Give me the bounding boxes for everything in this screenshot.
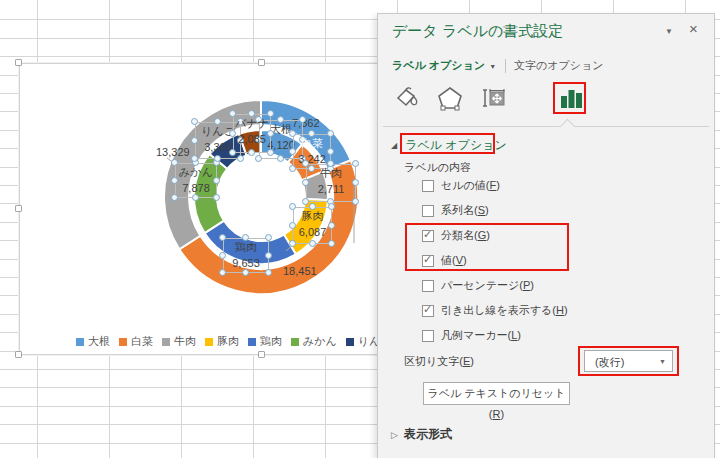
label-resize-handle[interactable] — [327, 160, 334, 167]
label-resize-handle[interactable] — [237, 155, 244, 162]
label-options-icon[interactable] — [557, 84, 585, 112]
label-resize-handle[interactable] — [267, 130, 274, 137]
label-resize-handle[interactable] — [191, 137, 198, 144]
data-label-みかん[interactable]: みかん 7,878 — [175, 163, 217, 198]
legend-item-牛肉[interactable]: 牛肉 — [162, 334, 196, 349]
label-resize-handle[interactable] — [299, 116, 306, 123]
fill-line-icon[interactable] — [392, 84, 420, 112]
label-resize-handle[interactable] — [289, 148, 296, 155]
label-resize-handle[interactable] — [289, 130, 296, 137]
checkbox-box[interactable] — [422, 205, 434, 217]
data-label-group-total[interactable]: 18,451 — [283, 265, 317, 277]
data-label-豚肉[interactable]: 豚肉 6,087 — [293, 207, 332, 244]
chart-frame-handle[interactable] — [15, 59, 22, 66]
label-resize-handle[interactable] — [267, 149, 274, 156]
label-resize-handle[interactable] — [219, 269, 226, 276]
label-resize-handle[interactable] — [302, 179, 309, 186]
chart-frame-handle[interactable] — [258, 59, 265, 66]
label-resize-handle[interactable] — [302, 160, 309, 167]
section-label-options[interactable]: ◢ ラベル オプション — [391, 136, 510, 155]
label-resize-handle[interactable] — [229, 130, 236, 137]
pane-title: データ ラベルの書式設定 — [392, 22, 563, 41]
label-resize-handle[interactable] — [327, 130, 334, 137]
label-resize-handle[interactable] — [242, 269, 249, 276]
label-resize-handle[interactable] — [309, 203, 316, 210]
label-resize-handle[interactable] — [255, 155, 262, 162]
label-resize-handle[interactable] — [171, 194, 178, 201]
label-resize-handle[interactable] — [171, 177, 178, 184]
data-label-バナナ[interactable]: バナナ 2,085 — [233, 114, 271, 153]
label-resize-handle[interactable] — [248, 110, 255, 117]
data-label-group-total[interactable]: 13,329 — [156, 146, 190, 158]
checkbox-系列名[interactable]: 系列名(S) — [422, 203, 489, 218]
label-resize-handle[interactable] — [308, 130, 315, 137]
label-resize-handle[interactable] — [267, 110, 274, 117]
chart-frame-handle[interactable] — [258, 351, 265, 358]
legend-item-白菜[interactable]: 白菜 — [119, 334, 153, 349]
legend-item-大根[interactable]: 大根 — [76, 334, 110, 349]
effects-icon[interactable] — [436, 84, 464, 112]
label-resize-handle[interactable] — [265, 252, 272, 259]
legend-item-みかん[interactable]: みかん — [291, 334, 337, 349]
checkbox-値[interactable]: ✓値(V) — [422, 253, 467, 268]
label-resize-handle[interactable] — [242, 234, 249, 241]
checkbox-box[interactable] — [422, 330, 434, 342]
label-resize-handle[interactable] — [192, 194, 199, 201]
label-resize-handle[interactable] — [191, 155, 198, 162]
label-resize-handle[interactable] — [289, 165, 296, 172]
label-resize-handle[interactable] — [352, 179, 359, 186]
chart-frame-handle[interactable] — [15, 351, 22, 358]
size-properties-icon[interactable] — [480, 84, 508, 112]
checkbox-凡例マーカー[interactable]: 凡例マーカー(L) — [422, 328, 521, 343]
label-resize-handle[interactable] — [265, 269, 272, 276]
label-resize-handle[interactable] — [171, 159, 178, 166]
checkbox-box[interactable]: ✓ — [422, 230, 434, 242]
label-resize-handle[interactable] — [302, 198, 309, 205]
checkbox-セルの値[interactable]: セルの値(F) — [422, 178, 500, 193]
checkbox-分類名[interactable]: ✓分類名(G) — [422, 228, 490, 243]
pane-close-icon[interactable]: × — [689, 20, 698, 37]
checkbox-box[interactable] — [422, 280, 434, 292]
label-resize-handle[interactable] — [289, 203, 296, 210]
label-resize-handle[interactable] — [219, 234, 226, 241]
tab-text-options[interactable]: 文字のオプション — [514, 58, 604, 73]
chart-frame-handle[interactable] — [15, 205, 22, 212]
legend-swatch — [119, 338, 127, 346]
checkbox-引き出し線を表示する[interactable]: ✓引き出し線を表示する(H) — [422, 303, 568, 318]
label-resize-handle[interactable] — [328, 222, 335, 229]
label-resize-handle[interactable] — [328, 203, 335, 210]
label-resize-handle[interactable] — [309, 240, 316, 247]
label-resize-handle[interactable] — [277, 116, 284, 123]
label-resize-handle[interactable] — [213, 194, 220, 201]
label-resize-handle[interactable] — [213, 177, 220, 184]
legend-item-鶏肉[interactable]: 鶏肉 — [248, 334, 282, 349]
separator-dropdown[interactable]: (改行) ▼ — [584, 350, 673, 372]
section-number-format[interactable]: ▷ 表示形式 — [391, 426, 452, 443]
reset-label-text-button[interactable]: ラベル テキストのリセット(R) — [423, 382, 570, 405]
checkbox-box[interactable]: ✓ — [422, 305, 434, 317]
checkbox-パーセンテージ[interactable]: パーセンテージ(P) — [422, 278, 534, 293]
tab-label-options[interactable]: ラベル オプション▼ — [392, 58, 496, 73]
label-resize-handle[interactable] — [265, 234, 272, 241]
legend-item-豚肉[interactable]: 豚肉 — [205, 334, 239, 349]
label-resize-handle[interactable] — [229, 149, 236, 156]
label-resize-handle[interactable] — [214, 118, 221, 125]
checkbox-box[interactable]: ✓ — [422, 255, 434, 267]
label-resize-handle[interactable] — [229, 110, 236, 117]
separator-field-label: 区切り文字(E) — [404, 354, 474, 369]
label-resize-handle[interactable] — [277, 155, 284, 162]
label-resize-handle[interactable] — [214, 155, 221, 162]
label-resize-handle[interactable] — [191, 118, 198, 125]
label-resize-handle[interactable] — [327, 148, 334, 155]
label-resize-handle[interactable] — [219, 252, 226, 259]
label-resize-handle[interactable] — [352, 160, 359, 167]
label-resize-handle[interactable] — [248, 149, 255, 156]
checkbox-box[interactable] — [422, 180, 434, 192]
data-label-牛肉[interactable]: 牛肉 2,711 — [306, 164, 356, 202]
label-resize-handle[interactable] — [328, 240, 335, 247]
label-resize-handle[interactable] — [289, 240, 296, 247]
label-resize-handle[interactable] — [352, 198, 359, 205]
pane-menu-caret-icon[interactable]: ▼ — [665, 27, 673, 36]
data-label-鶏肉[interactable]: 鶏肉 9,653 — [223, 238, 269, 273]
label-resize-handle[interactable] — [289, 222, 296, 229]
